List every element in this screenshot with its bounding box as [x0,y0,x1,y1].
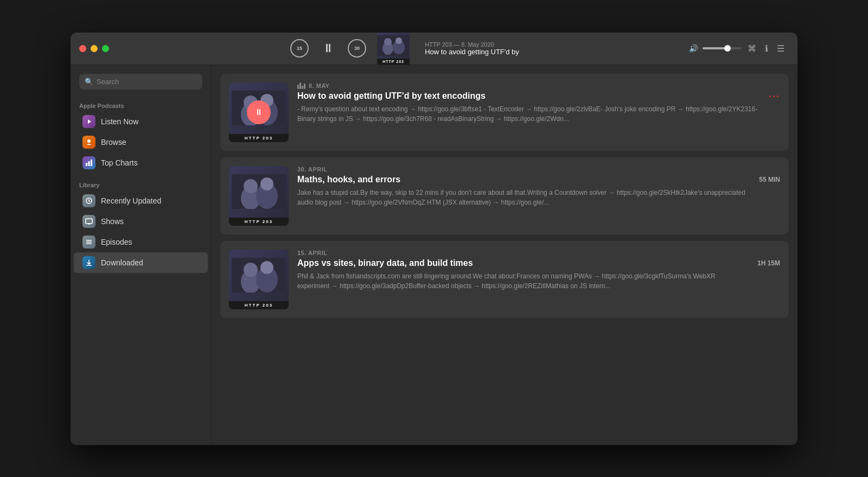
episode-content-2: Maths, hooks, and errors Jake has a stup… [297,175,750,207]
sidebar-item-downloaded[interactable]: Downloaded [74,252,208,273]
downloaded-icon [82,256,95,269]
skip-forward-button[interactable]: 30 [348,39,366,58]
episode-card-1[interactable]: HTTP 203 ⏸ 8. MAY [220,74,789,151]
list-icon[interactable]: ☰ [775,41,787,56]
transport-controls: 15 ⏸ 30 [290,39,366,58]
titlebar-center: 15 ⏸ 30 [125,33,689,65]
episode-card-3[interactable]: HTTP 203 15. APRIL Apps vs sites, binary… [220,241,789,318]
pause-overlay: ⏸ [247,100,271,124]
sidebar-item-listen-now[interactable]: Listen Now [74,111,208,132]
svg-rect-9 [91,160,92,166]
search-wrapper: 🔍 [79,74,202,90]
shows-icon [82,215,95,228]
svg-rect-11 [86,219,92,224]
recently-updated-label: Recently Updated [101,196,161,205]
volume-icon: 🔊 [689,44,698,53]
listen-now-icon [82,115,95,128]
svg-rect-8 [88,161,90,166]
episode-meta-3: Apps vs sites, binary data, and build ti… [297,258,780,291]
episodes-icon [82,236,95,249]
episode-info-3: 15. APRIL Apps vs sites, binary data, an… [297,250,780,291]
sidebar-item-episodes[interactable]: Episodes [74,232,208,252]
main-content: 🔍 Apple Podcasts Listen Now Browse [71,65,797,445]
skip-back-button[interactable]: 15 [290,39,309,58]
episode-date-2: 30. APRIL [297,166,780,173]
browse-icon [82,136,95,149]
downloaded-label: Downloaded [101,258,143,267]
episode-thumbnail-1: HTTP 203 ⏸ [229,82,289,142]
close-button[interactable] [79,45,86,52]
episode-duration-2: 55 MIN [759,176,780,183]
episode-thumbnail-2: HTTP 203 [229,166,289,226]
sidebar-item-recently-updated[interactable]: Recently Updated [74,190,208,211]
episode-content-1: How to avoid getting UTF'd by text encod… [297,91,769,124]
episode-meta-1: How to avoid getting UTF'd by text encod… [297,91,780,124]
episode-info-1: 8. MAY How to avoid getting UTF'd by tex… [297,82,780,124]
apple-podcasts-label: Apple Podcasts [71,98,211,111]
episode-content-3: Apps vs sites, binary data, and build ti… [297,258,749,291]
now-playing-thumbnail: HTTP 203 [377,33,410,65]
titlebar: 15 ⏸ 30 [71,33,797,65]
svg-marker-5 [88,119,91,124]
search-magnifier-icon: 🔍 [85,78,93,86]
episodes-label: Episodes [101,238,132,246]
episode-description-2: Jake has a stupid cat.By the way, skip t… [297,188,750,207]
sidebar-item-top-charts[interactable]: Top Charts [74,152,208,173]
search-input[interactable] [79,74,202,90]
episode-title-1: How to avoid getting UTF'd by text encod… [297,91,769,101]
episode-meta-2: Maths, hooks, and errors Jake has a stup… [297,175,780,207]
svg-point-4 [395,37,402,44]
episode-info-2: 30. APRIL Maths, hooks, and errors Jake … [297,166,780,207]
info-icon[interactable]: ℹ [763,41,770,56]
recently-updated-icon [82,194,95,207]
episode-title-3: Apps vs sites, binary data, and build ti… [297,258,749,268]
now-playing-info: HTTP 203 — 8. May 2020 How to avoid gett… [420,41,524,56]
audio-bars-icon [297,82,305,89]
play-pause-button[interactable]: ⏸ [318,39,338,58]
svg-point-3 [384,38,392,46]
traffic-lights [71,45,125,52]
minimize-button[interactable] [91,45,98,52]
episode-date-1: 8. MAY [297,82,780,89]
volume-slider[interactable] [703,47,741,49]
titlebar-right: 🔊 ⌘ ℹ ☰ [689,41,797,56]
svg-point-6 [87,139,91,143]
now-playing-title: How to avoid getting UTF'd by [425,48,519,56]
svg-point-31 [244,263,258,277]
search-container: 🔍 [71,74,211,98]
sidebar-item-shows[interactable]: Shows [74,211,208,232]
shows-label: Shows [101,217,124,226]
svg-point-32 [260,261,273,274]
svg-point-27 [260,177,273,190]
airplay-icon[interactable]: ⌘ [745,41,758,56]
more-button-1[interactable]: ··· [769,91,780,103]
now-playing-subtitle: HTTP 203 — 8. May 2020 [425,41,519,48]
maximize-button[interactable] [102,45,109,52]
sidebar: 🔍 Apple Podcasts Listen Now Browse [71,65,212,445]
episode-title-2: Maths, hooks, and errors [297,175,750,185]
svg-point-26 [244,179,258,193]
episode-description-1: - Remy's question about text encoding → … [297,104,769,124]
app-window: 15 ⏸ 30 [71,33,797,445]
episodes-panel: HTTP 203 ⏸ 8. MAY [212,65,797,445]
episode-thumbnail-3: HTTP 203 [229,250,289,309]
episode-description-3: Phil & Jack from fishandscripts.com are … [297,271,749,291]
volume-knob[interactable] [724,45,731,52]
episode-date-3: 15. APRIL [297,250,780,256]
listen-now-label: Listen Now [101,117,138,126]
episode-duration-3: 1H 15M [757,259,780,267]
svg-rect-7 [86,163,87,166]
top-charts-label: Top Charts [101,158,138,167]
episode-card-2[interactable]: HTTP 203 30. APRIL Maths, hooks, and err… [220,157,789,234]
browse-label: Browse [101,138,126,147]
sidebar-item-browse[interactable]: Browse [74,132,208,152]
library-label: Library [71,177,211,190]
library-section: Library Recently Updated Shows [71,177,211,273]
top-charts-icon [82,156,95,169]
